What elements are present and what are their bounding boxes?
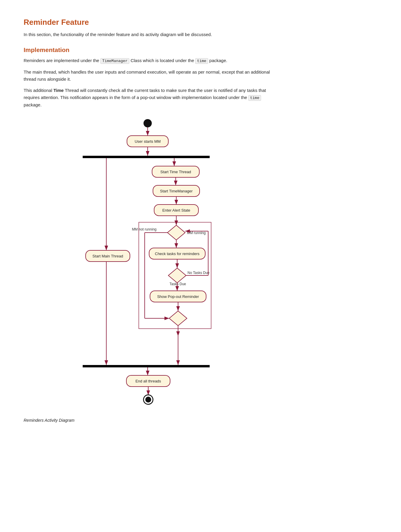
diagram-caption: Reminders Activity Diagram <box>24 417 272 424</box>
activity-diagram: User starts MM Start Main Thread Start T… <box>47 114 248 411</box>
diamond-merge <box>169 311 187 326</box>
end-circle-inner <box>145 397 151 403</box>
label-user-starts-mm: User starts MM <box>135 139 161 143</box>
para1-mid: Class which is located under the <box>129 58 195 63</box>
label-no-tasks-due: No Tasks Due <box>188 271 210 275</box>
label-start-timemanager: Start TimeManager <box>160 189 193 193</box>
label-start-time-thread: Start Time Thread <box>160 169 191 174</box>
label-start-main-thread: Start Main Thread <box>92 254 123 258</box>
page-title: Reminder Feature <box>24 18 272 27</box>
label-show-popup: Show Pop-out Reminder <box>157 294 199 299</box>
diamond-tasks-due <box>168 268 186 283</box>
label-mm-not-running: MM not running <box>132 227 157 231</box>
timemanager-code: TimeManager <box>100 58 129 64</box>
para1-post: package. <box>208 58 227 63</box>
para3-bold: Time <box>53 88 64 93</box>
time-code-1: time <box>195 58 208 64</box>
start-circle <box>144 119 152 127</box>
label-mm-running: MM running <box>187 231 206 235</box>
para1-pre: Reminders are implemented under the <box>24 58 100 63</box>
para2: The main thread, which handles the user … <box>24 69 272 83</box>
label-check-tasks: Check tasks for reminders <box>155 251 200 256</box>
para3: This additional Time Thread will constan… <box>24 87 272 108</box>
para1: Reminders are implemented under the Time… <box>24 57 272 64</box>
time-code-2: time <box>248 95 261 101</box>
join-bar <box>83 365 210 367</box>
label-end-all-threads: End all threads <box>136 379 161 383</box>
diamond-mm-running <box>167 225 185 240</box>
para3-pre: This additional <box>24 88 53 93</box>
para3-end: package. <box>24 102 42 107</box>
label-enter-alert-state: Enter Alert State <box>162 208 190 212</box>
label-tasks-due: Tasks Due <box>169 282 186 286</box>
fork-bar <box>83 156 210 158</box>
intro-paragraph: In this section, the functionality of th… <box>24 31 272 38</box>
implementation-heading: Implementation <box>24 46 272 53</box>
